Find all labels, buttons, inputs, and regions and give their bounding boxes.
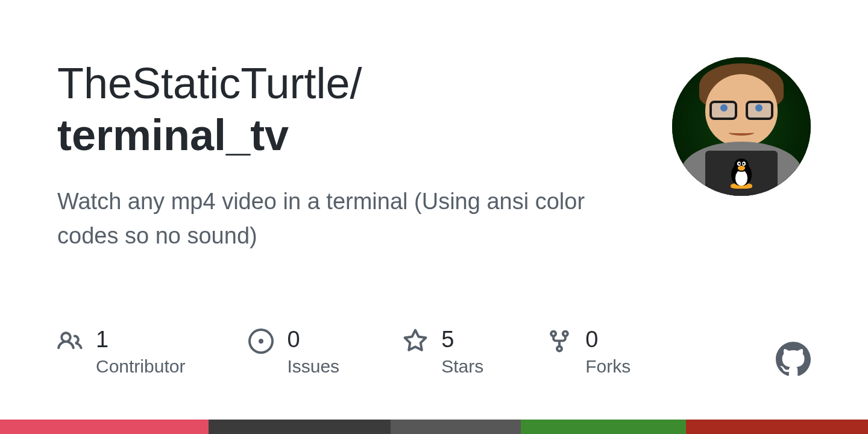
people-icon	[57, 329, 83, 354]
star-icon	[403, 329, 428, 354]
stat-forks[interactable]: 0 Forks	[547, 327, 631, 377]
repo-description: Watch any mp4 video in a terminal (Using…	[57, 184, 618, 253]
stat-issues[interactable]: 0 Issues	[248, 327, 339, 377]
contributors-count: 1	[96, 327, 185, 353]
language-segment	[391, 420, 521, 434]
repo-title: TheStaticTurtle/ terminal_tv	[57, 57, 648, 162]
language-segment	[209, 420, 391, 434]
language-segment	[0, 420, 209, 434]
issues-label: Issues	[287, 356, 339, 377]
language-segment	[686, 420, 868, 434]
contributors-label: Contributor	[96, 356, 185, 377]
repo-owner[interactable]: TheStaticTurtle/	[57, 59, 362, 107]
stars-count: 5	[441, 327, 483, 353]
github-logo-icon[interactable]	[776, 342, 811, 377]
fork-icon	[547, 329, 572, 354]
stat-contributors[interactable]: 1 Contributor	[57, 327, 185, 377]
repo-name[interactable]: terminal_tv	[57, 109, 648, 161]
issue-icon	[248, 329, 274, 354]
issues-count: 0	[287, 327, 339, 353]
forks-count: 0	[585, 327, 631, 353]
avatar[interactable]	[672, 57, 811, 196]
language-bar	[0, 420, 868, 434]
forks-label: Forks	[585, 356, 631, 377]
language-segment	[521, 420, 686, 434]
stars-label: Stars	[441, 356, 483, 377]
stat-stars[interactable]: 5 Stars	[403, 327, 483, 377]
